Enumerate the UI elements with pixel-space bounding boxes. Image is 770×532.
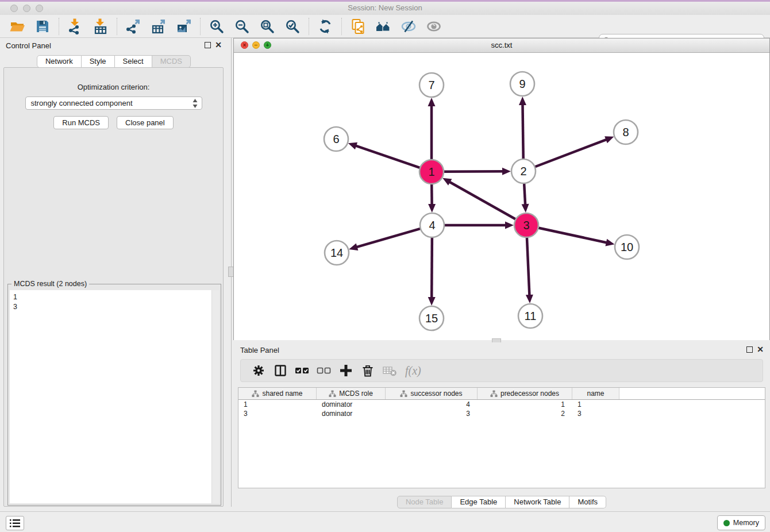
graph-edge-4-15[interactable] (432, 237, 432, 299)
graph-edge-3-10[interactable] (538, 228, 609, 243)
tab-style[interactable]: Style (82, 55, 115, 68)
zoom-selected-icon[interactable] (284, 18, 301, 34)
function-builder-icon[interactable]: f(x) (405, 364, 421, 377)
delete-table-icon[interactable] (382, 363, 397, 378)
graph-edge-2-9[interactable] (522, 103, 523, 159)
graph-edge-3-1[interactable] (448, 181, 516, 219)
table-row[interactable]: 1dominator411 (238, 400, 765, 409)
graph-node-label-14: 14 (330, 246, 343, 259)
run-mcds-button[interactable]: Run MCDS (53, 116, 109, 129)
column-label: successor nodes (410, 390, 462, 398)
graph-edge-4-14[interactable] (355, 229, 421, 248)
zoom-in-icon[interactable] (209, 18, 225, 34)
column-header-predecessor-nodes[interactable]: predecessor nodes (478, 388, 572, 399)
column-label: MCDS role (339, 390, 373, 398)
tab-network[interactable]: Network (37, 55, 82, 68)
show-all-icon[interactable] (426, 18, 442, 34)
graph-edge-2-3[interactable] (524, 183, 525, 206)
memory-button[interactable]: Memory (717, 515, 765, 530)
column-header-MCDS-role[interactable]: MCDS role (317, 388, 386, 399)
tab-edge-table[interactable]: Edge Table (452, 496, 506, 508)
control-panel: Control Panel ✕ NetworkStyleSelectMCDS O… (0, 38, 228, 507)
result-item[interactable]: 3 (10, 302, 219, 312)
delete-columns-icon[interactable] (360, 363, 375, 378)
graph-edge-1-2[interactable] (444, 171, 505, 172)
float-table-panel-icon[interactable] (746, 346, 753, 353)
table-cell[interactable]: 1 (572, 400, 619, 409)
graph-node-label-3: 3 (523, 219, 529, 232)
column-header-shared-name[interactable]: shared name (238, 388, 317, 399)
graph-node-label-15: 15 (425, 312, 438, 325)
table-panel: Table Panel ✕ (233, 342, 770, 511)
table-tabs: Node TableEdge TableNetwork TableMotifs (233, 496, 770, 508)
result-item[interactable]: 1 (10, 292, 219, 302)
graph-node-label-11: 11 (525, 310, 537, 322)
first-neighbors-icon[interactable] (375, 18, 391, 34)
table-row[interactable]: 3dominator323 (238, 409, 765, 418)
tab-select[interactable]: Select (115, 55, 152, 68)
table-cell[interactable]: 3 (572, 409, 619, 418)
optimization-criterion-select[interactable]: strongly connected component (25, 97, 202, 110)
settings-icon[interactable] (251, 363, 266, 378)
column-label: name (587, 390, 604, 398)
mcds-result-list[interactable]: 13 (10, 290, 219, 503)
window-title: Session: New Session (0, 3, 770, 12)
column-header-successor-nodes[interactable]: successor nodes (386, 388, 478, 399)
import-table-icon[interactable] (93, 18, 109, 34)
table-toolbar: f(x) (240, 359, 763, 382)
zoom-out-icon[interactable] (234, 18, 250, 34)
import-network-icon[interactable] (67, 18, 83, 34)
table-cell[interactable]: dominator (317, 409, 386, 418)
graph-node-label-8: 8 (622, 126, 629, 138)
graph-edge-3-11[interactable] (527, 237, 530, 297)
tab-motifs[interactable]: Motifs (569, 496, 606, 508)
column-type-icon (490, 390, 498, 398)
table-cell[interactable]: 3 (386, 409, 478, 418)
table-cell[interactable]: dominator (317, 400, 386, 409)
list-icon (10, 519, 20, 528)
float-panel-icon[interactable] (205, 42, 211, 48)
graph-edge-1-6[interactable] (354, 145, 420, 168)
export-image-icon[interactable] (176, 18, 192, 34)
vertical-splitter[interactable] (228, 38, 233, 507)
show-column-panel-icon[interactable] (273, 363, 288, 378)
tab-node-table[interactable]: Node Table (397, 496, 452, 508)
memory-status-icon (723, 520, 730, 526)
close-panel-button[interactable]: Close panel (117, 116, 174, 129)
table-cell[interactable]: 1 (238, 400, 317, 409)
close-table-panel-icon[interactable]: ✕ (757, 345, 764, 354)
network-window-titlebar[interactable]: × − + scc.txt (234, 38, 769, 53)
select-all-columns-icon[interactable] (295, 363, 310, 378)
refresh-icon[interactable] (317, 18, 333, 34)
result-scrollbar[interactable] (211, 290, 219, 503)
export-network-icon[interactable] (125, 18, 141, 34)
title-bar: Session: New Session (0, 0, 770, 16)
table-cell[interactable]: 2 (478, 409, 572, 418)
tab-network-table[interactable]: Network Table (506, 496, 569, 508)
hide-selected-icon[interactable] (401, 18, 417, 34)
deselect-all-columns-icon[interactable] (317, 363, 332, 378)
graph-edge-2-8[interactable] (535, 139, 609, 167)
dropdown-selected-value: strongly connected component (31, 99, 133, 107)
mcds-result-group: MCDS result (2 nodes) 13 (7, 284, 221, 506)
column-type-icon (400, 390, 407, 398)
save-session-icon[interactable] (34, 18, 51, 34)
close-panel-icon[interactable]: ✕ (215, 40, 222, 49)
node-table[interactable]: shared nameMCDS rolesuccessor nodesprede… (238, 387, 765, 488)
column-label: shared name (262, 390, 302, 398)
open-session-icon[interactable] (9, 18, 25, 34)
column-header-name[interactable]: name (572, 388, 619, 399)
graph-arrowhead-1-6 (348, 142, 357, 149)
tab-mcds[interactable]: MCDS (152, 55, 191, 68)
table-cell[interactable]: 4 (386, 400, 478, 409)
export-table-icon[interactable] (151, 18, 167, 34)
table-cell[interactable]: 1 (478, 400, 572, 409)
network-canvas[interactable]: 7968124314101511 (234, 53, 769, 340)
task-history-button[interactable] (6, 516, 24, 530)
network-canvas-svg[interactable]: 7968124314101511 (234, 53, 769, 340)
zoom-fit-icon[interactable] (259, 18, 275, 34)
clone-network-icon[interactable] (350, 18, 366, 34)
table-cell[interactable]: 3 (238, 409, 317, 418)
graph-node-label-6: 6 (333, 133, 339, 145)
add-column-icon[interactable] (338, 363, 353, 378)
